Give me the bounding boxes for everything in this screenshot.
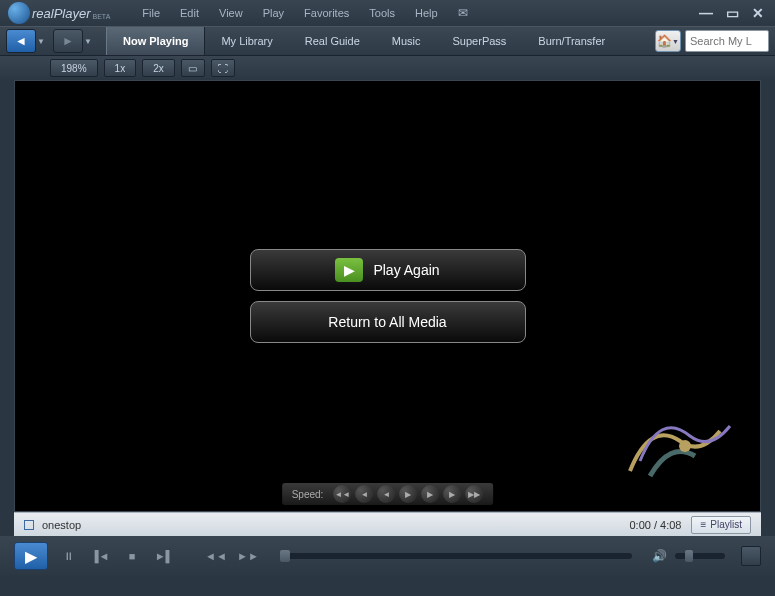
svg-point-0 <box>679 440 691 452</box>
home-icon: 🏠 <box>657 34 672 48</box>
close-button[interactable]: ✕ <box>749 6 767 20</box>
video-area: ▶ Play Again Return to All Media Speed: … <box>14 80 761 512</box>
playlist-icon: ≡ <box>700 519 706 530</box>
speed-rewind-fast[interactable]: ◄◄ <box>333 485 351 503</box>
back-arrow-icon: ◄ <box>15 34 27 48</box>
speed-label: Speed: <box>292 489 324 500</box>
search-input[interactable] <box>685 30 769 52</box>
home-button[interactable]: 🏠▼ <box>655 30 681 52</box>
maximize-button[interactable]: ▭ <box>723 6 741 20</box>
volume-icon[interactable]: 🔊 <box>652 549 667 563</box>
previous-button[interactable]: ▐◄ <box>88 544 112 568</box>
rewind-button[interactable]: ◄◄ <box>204 544 228 568</box>
window-controls: — ▭ ✕ <box>697 6 767 20</box>
tab-my-library[interactable]: My Library <box>205 27 288 55</box>
status-bar: onestop 0:00 / 4:08 ≡ Playlist <box>14 512 761 536</box>
compact-mode-button[interactable] <box>741 546 761 566</box>
album-artwork <box>600 381 750 501</box>
play-again-button[interactable]: ▶ Play Again <box>250 249 526 291</box>
return-media-label: Return to All Media <box>328 314 446 330</box>
tab-burn-transfer[interactable]: Burn/Transfer <box>522 27 621 55</box>
titlebar: realPlayer BETA File Edit View Play Favo… <box>0 0 775 26</box>
tab-music[interactable]: Music <box>376 27 437 55</box>
forward-dropdown[interactable]: ▼ <box>84 37 94 46</box>
back-button[interactable]: ◄ <box>6 29 36 53</box>
pause-indicator: ⏸ <box>56 544 80 568</box>
play-button[interactable]: ▶ <box>14 542 48 570</box>
time-display: 0:00 / 4:08 <box>629 519 681 531</box>
speed-step-back[interactable]: ◄ <box>377 485 395 503</box>
volume-slider[interactable] <box>675 553 725 559</box>
mail-icon[interactable]: ✉ <box>458 6 468 20</box>
fastforward-button[interactable]: ►► <box>236 544 260 568</box>
track-name: onestop <box>42 519 81 531</box>
menu-file[interactable]: File <box>134 5 168 21</box>
playlist-label: Playlist <box>710 519 742 530</box>
play-again-label: Play Again <box>373 262 439 278</box>
fullscreen-button[interactable]: ⛶ <box>211 59 235 77</box>
stop-status-icon <box>24 520 34 530</box>
next-button[interactable]: ►▌ <box>152 544 176 568</box>
overlay-controls: ▶ Play Again Return to All Media <box>250 249 526 343</box>
menu-help[interactable]: Help <box>407 5 446 21</box>
logo-icon <box>8 2 30 24</box>
playlist-button[interactable]: ≡ Playlist <box>691 516 751 534</box>
stop-button[interactable]: ■ <box>120 544 144 568</box>
minimize-button[interactable]: — <box>697 6 715 20</box>
menu-play[interactable]: Play <box>255 5 292 21</box>
menu-edit[interactable]: Edit <box>172 5 207 21</box>
return-media-button[interactable]: Return to All Media <box>250 301 526 343</box>
back-dropdown[interactable]: ▼ <box>37 37 47 46</box>
progress-slider[interactable] <box>280 553 632 559</box>
volume-thumb[interactable] <box>685 550 693 562</box>
speed-forward-fast[interactable]: ▶▶ <box>465 485 483 503</box>
app-logo: realPlayer BETA <box>8 2 110 24</box>
zoom-level[interactable]: 198% <box>50 59 98 77</box>
scale-1x-button[interactable]: 1x <box>104 59 137 77</box>
app-edition: BETA <box>93 13 111 20</box>
tab-now-playing[interactable]: Now Playing <box>106 27 205 55</box>
menu-bar: File Edit View Play Favorites Tools Help <box>134 5 445 21</box>
video-toolbar: 198% 1x 2x ▭ ⛶ <box>0 56 775 80</box>
app-name: realPlayer <box>32 6 91 21</box>
speed-step-forward[interactable]: ▶ <box>421 485 439 503</box>
player-controls: ▶ ⏸ ▐◄ ■ ►▌ ◄◄ ►► 🔊 <box>0 536 775 576</box>
speed-bar: Speed: ◄◄ ◄ ◄ ▶ ▶ ▶ ▶▶ <box>282 483 494 505</box>
progress-thumb[interactable] <box>280 550 290 562</box>
speed-play[interactable]: ▶ <box>399 485 417 503</box>
nav-tabs: Now Playing My Library Real Guide Music … <box>106 27 621 55</box>
speed-rewind[interactable]: ◄ <box>355 485 373 503</box>
tab-real-guide[interactable]: Real Guide <box>289 27 376 55</box>
forward-arrow-icon: ► <box>62 34 74 48</box>
menu-favorites[interactable]: Favorites <box>296 5 357 21</box>
theater-mode-button[interactable]: ▭ <box>181 59 205 77</box>
scale-2x-button[interactable]: 2x <box>142 59 175 77</box>
menu-tools[interactable]: Tools <box>361 5 403 21</box>
tab-superpass[interactable]: SuperPass <box>437 27 523 55</box>
navbar: ◄ ▼ ► ▼ Now Playing My Library Real Guid… <box>0 26 775 56</box>
forward-button[interactable]: ► <box>53 29 83 53</box>
play-icon: ▶ <box>335 258 363 282</box>
menu-view[interactable]: View <box>211 5 251 21</box>
speed-forward[interactable]: ▶ <box>443 485 461 503</box>
